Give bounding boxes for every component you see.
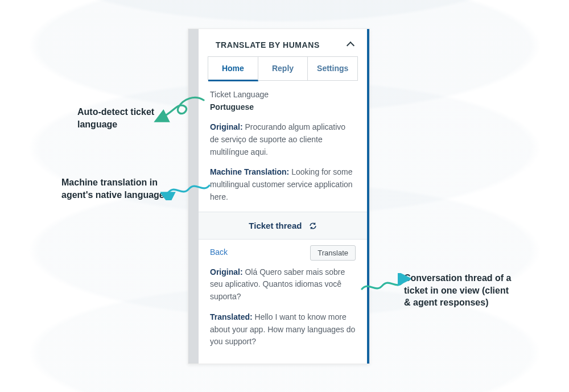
- ticket-thread-header: Ticket thread: [199, 212, 367, 240]
- translate-button[interactable]: Translate: [310, 245, 356, 261]
- thread-header-label: Ticket thread: [249, 221, 302, 230]
- callout-auto-detect: Auto-detect ticket language: [77, 106, 180, 130]
- chevron-up-icon[interactable]: [347, 41, 354, 49]
- original-text-block: Original: Procurando algum aplicativo de…: [210, 121, 356, 158]
- back-link[interactable]: Back: [210, 246, 228, 259]
- panel-title: TRANSLATE BY HUMANS: [216, 40, 320, 49]
- callout-machine-translation: Machine translation in agent's native la…: [61, 176, 181, 201]
- panel-left-gutter: [188, 29, 199, 364]
- callout-conversation-thread: Conversation thread of a ticket in one v…: [404, 272, 518, 309]
- tab-bar: Home Reply Settings: [208, 56, 358, 81]
- tab-settings[interactable]: Settings: [308, 57, 357, 81]
- mt-label: Machine Translation:: [210, 167, 289, 176]
- thread-original-block: Original: Olá Quero saber mais sobre seu…: [210, 266, 356, 303]
- ticket-language-label: Ticket Language: [210, 89, 356, 101]
- original-label: Original:: [210, 122, 243, 131]
- machine-translation-block: Machine Translation: Looking for some mu…: [210, 166, 356, 203]
- refresh-icon[interactable]: [309, 220, 317, 228]
- ticket-language-value: Portuguese: [210, 101, 356, 114]
- panel-main: TRANSLATE BY HUMANS Home Reply Settings …: [199, 29, 369, 364]
- tab-reply[interactable]: Reply: [258, 57, 308, 81]
- tab-home[interactable]: Home: [208, 57, 258, 81]
- thread-translated-block: Translated: Hello I want to know more ab…: [210, 311, 356, 348]
- panel-content: Ticket Language Portuguese Original: Pro…: [199, 81, 367, 364]
- ticket-language-block: Ticket Language Portuguese: [210, 89, 356, 113]
- panel-header: TRANSLATE BY HUMANS: [199, 32, 367, 56]
- thread-actions-row: Back Translate: [210, 245, 356, 261]
- translate-widget-panel: TRANSLATE BY HUMANS Home Reply Settings …: [188, 28, 370, 364]
- thread-translated-label: Translated:: [210, 312, 253, 321]
- thread-original-label: Original:: [210, 267, 243, 277]
